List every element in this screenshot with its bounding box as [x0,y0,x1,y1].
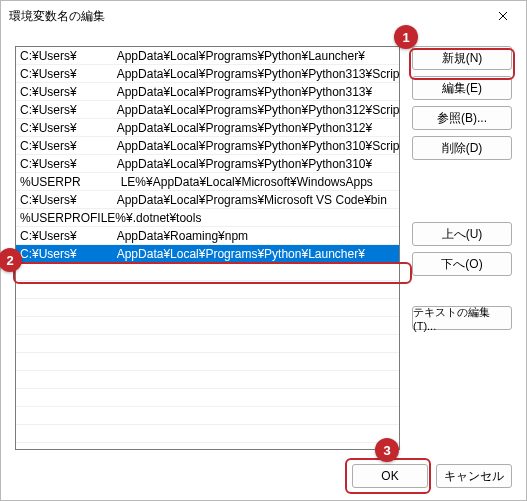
path-rest: AppData¥Local¥Programs¥Python¥Python313¥ [117,85,373,99]
list-item[interactable]: C:¥Users¥AppData¥Local¥Programs¥Python¥P… [16,65,399,83]
list-item[interactable]: C:¥Users¥AppData¥Local¥Programs¥Python¥P… [16,119,399,137]
path-rest: AppData¥Local¥Programs¥Python¥Python310¥ [117,157,373,171]
move-up-label: 上へ(U) [442,226,483,243]
path-rest: AppData¥Local¥Programs¥Python¥Launcher¥ [117,49,365,63]
browse-button[interactable]: 参照(B)... [412,106,512,130]
list-item-empty [16,353,399,371]
content-area: C:¥Users¥AppData¥Local¥Programs¥Python¥L… [15,46,512,450]
list-item[interactable]: %USERPRLE%¥AppData¥Local¥Microsoft¥Windo… [16,173,399,191]
path-prefix: C:¥Users¥ [20,67,77,81]
ok-label: OK [381,469,398,483]
new-button-label: 新規(N) [442,50,483,67]
move-up-button[interactable]: 上へ(U) [412,222,512,246]
list-item-empty [16,299,399,317]
new-button[interactable]: 新規(N) [412,46,512,70]
path-prefix: %USERPR [20,175,81,189]
title-bar: 環境変数名の編集 [1,1,526,31]
edit-text-button[interactable]: テキストの編集(T)... [412,306,512,330]
cancel-button[interactable]: キャンセル [436,464,512,488]
list-item[interactable]: C:¥Users¥AppData¥Roaming¥npm [16,227,399,245]
path-prefix: C:¥Users¥ [20,139,77,153]
window-title: 環境変数名の編集 [9,8,105,25]
redacted-segment [77,195,117,207]
redacted-segment [77,123,117,135]
side-buttons: 新規(N) 編集(E) 参照(B)... 削除(D) 上へ(U) 下へ(O) テ… [412,46,512,450]
path-prefix: C:¥Users¥ [20,247,77,261]
path-prefix: C:¥Users¥ [20,193,77,207]
browse-button-label: 参照(B)... [437,110,487,127]
path-rest: LE%¥AppData¥Local¥Microsoft¥WindowsApps [121,175,373,189]
path-prefix: C:¥Users¥ [20,49,77,63]
list-item-empty [16,281,399,299]
path-prefix: C:¥Users¥ [20,85,77,99]
bottom-buttons: OK キャンセル [352,464,512,488]
list-item[interactable]: C:¥Users¥AppData¥Local¥Programs¥Python¥L… [16,245,399,263]
path-prefix: C:¥Users¥ [20,157,77,171]
path-prefix: C:¥Users¥ [20,229,77,243]
redacted-segment [77,249,117,261]
redacted-segment [81,177,121,189]
close-button[interactable] [480,1,526,31]
close-icon [498,11,508,21]
list-item[interactable]: C:¥Users¥AppData¥Local¥Programs¥Python¥P… [16,137,399,155]
edit-button-label: 編集(E) [442,80,482,97]
list-item-empty [16,407,399,425]
list-item-empty [16,371,399,389]
path-rest: AppData¥Local¥Programs¥Python¥Python312¥… [117,103,399,117]
list-item[interactable]: C:¥Users¥AppData¥Local¥Programs¥Python¥P… [16,155,399,173]
path-prefix: C:¥Users¥ [20,103,77,117]
redacted-segment [77,87,117,99]
list-item-empty [16,425,399,443]
move-down-label: 下へ(O) [441,256,482,273]
edit-button[interactable]: 編集(E) [412,76,512,100]
redacted-segment [77,105,117,117]
path-rest: AppData¥Local¥Programs¥Python¥Python313¥… [117,67,399,81]
path-rest: AppData¥Local¥Programs¥Python¥Launcher¥ [117,247,365,261]
path-prefix: C:¥Users¥ [20,121,77,135]
spacer [412,282,512,300]
list-item[interactable]: C:¥Users¥AppData¥Local¥Programs¥Python¥L… [16,47,399,65]
ok-button[interactable]: OK [352,464,428,488]
cancel-label: キャンセル [444,468,504,485]
list-item-empty [16,389,399,407]
path-rest: AppData¥Local¥Programs¥Python¥Python312¥ [117,121,373,135]
list-item[interactable]: %USERPROFILE%¥.dotnet¥tools [16,209,399,227]
path-rest: AppData¥Local¥Programs¥Microsoft VS Code… [117,193,387,207]
path-list[interactable]: C:¥Users¥AppData¥Local¥Programs¥Python¥L… [15,46,400,450]
move-down-button[interactable]: 下へ(O) [412,252,512,276]
delete-button[interactable]: 削除(D) [412,136,512,160]
redacted-segment [77,159,117,171]
redacted-segment [77,69,117,81]
redacted-segment [77,51,117,63]
list-item[interactable]: C:¥Users¥AppData¥Local¥Programs¥Python¥P… [16,101,399,119]
edit-text-label: テキストの編集(T)... [413,305,511,332]
path-prefix: %USERPROFILE%¥.dotnet¥tools [20,211,201,225]
redacted-segment [77,231,117,243]
list-item-empty [16,263,399,281]
delete-button-label: 削除(D) [442,140,483,157]
list-item-empty [16,317,399,335]
list-item[interactable]: C:¥Users¥AppData¥Local¥Programs¥Python¥P… [16,83,399,101]
redacted-segment [77,141,117,153]
path-rest: AppData¥Local¥Programs¥Python¥Python310¥… [117,139,399,153]
path-rest: AppData¥Roaming¥npm [117,229,248,243]
list-item-empty [16,335,399,353]
dialog-window: 環境変数名の編集 C:¥Users¥AppData¥Local¥Programs… [0,0,527,501]
list-item[interactable]: C:¥Users¥AppData¥Local¥Programs¥Microsof… [16,191,399,209]
spacer [412,166,512,216]
